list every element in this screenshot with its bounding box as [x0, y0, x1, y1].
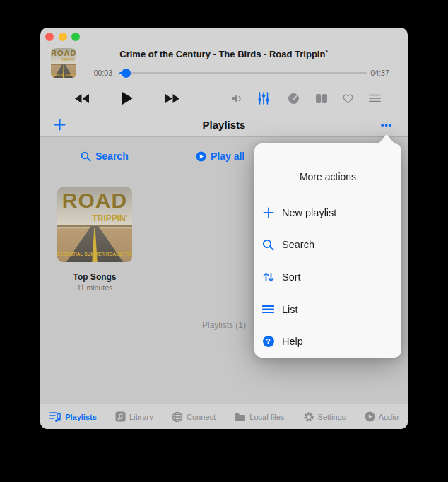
help-icon: ?: [262, 336, 274, 347]
volume-button[interactable]: [228, 89, 246, 107]
search-icon: [81, 151, 91, 162]
hamburger-menu-icon: [369, 94, 381, 102]
desktop-background: ROAD TRIPPIN' ESSENTIAL SUMMER ROADIE TR…: [0, 0, 448, 482]
speaker-icon: [231, 93, 243, 104]
album-art-title: ROAD: [57, 190, 132, 211]
tab-label: Local files: [249, 413, 284, 421]
play-icon: [121, 91, 134, 105]
play-button[interactable]: [115, 88, 139, 109]
playlist-artwork[interactable]: ROAD TRIPPIN' ESSENTIAL SUMMER ROADIE TR…: [57, 187, 132, 262]
sort-arrows-icon: [262, 271, 274, 283]
tab-label: Connect: [187, 413, 216, 421]
popover-title: More actions: [254, 143, 401, 196]
favorite-button[interactable]: [338, 89, 357, 107]
speed-gauge-icon: [288, 93, 300, 105]
slider-track: [119, 72, 367, 74]
playlists-icon: [49, 411, 61, 422]
columns-view-button[interactable]: [312, 89, 331, 107]
equalizer-button[interactable]: [254, 89, 273, 107]
menu-item-label: Help: [282, 336, 303, 347]
folder-icon: [234, 412, 246, 422]
tab-local-files[interactable]: Local files: [234, 412, 284, 422]
tab-library[interactable]: Library: [115, 411, 153, 422]
close-window-button[interactable]: [45, 33, 54, 41]
now-playing-artwork: ROAD TRIPPIN' ESSENTIAL SUMMER ROADIE TR…: [51, 48, 76, 78]
menu-item-label: Search: [282, 239, 314, 250]
popover-menu: New playlist Search Sort: [254, 196, 401, 358]
heart-icon: [342, 93, 354, 104]
menu-item-sort[interactable]: Sort: [254, 261, 401, 293]
tab-label: Settings: [318, 413, 346, 421]
menu-item-label: Sort: [282, 271, 301, 283]
minimize-window-button[interactable]: [59, 33, 67, 41]
menu-item-search[interactable]: Search: [254, 229, 401, 261]
next-track-button[interactable]: [160, 88, 184, 109]
previous-track-button[interactable]: [69, 88, 93, 109]
search-icon: [262, 239, 274, 251]
tab-label: Library: [129, 413, 153, 421]
elapsed-time: 00:03: [90, 69, 112, 77]
playback-speed-button[interactable]: [284, 89, 302, 107]
menu-item-list[interactable]: List: [254, 293, 401, 326]
tab-settings[interactable]: Settings: [303, 411, 346, 423]
album-art-title: ROAD: [51, 49, 76, 57]
playlist-title: Top Songs: [57, 272, 132, 282]
queue-button[interactable]: [365, 89, 384, 107]
tab-label: Playlists: [65, 413, 97, 421]
menu-item-help[interactable]: ? Help: [254, 325, 401, 358]
library-icon: [115, 411, 126, 422]
zoom-window-button[interactable]: [71, 33, 80, 41]
more-actions-button[interactable]: •••: [375, 115, 398, 134]
equalizer-sliders-icon: [257, 92, 270, 105]
player-window: ROAD TRIPPIN' ESSENTIAL SUMMER ROADIE TR…: [40, 28, 408, 429]
window-controls: [45, 33, 80, 41]
page-title: Playlists: [40, 119, 408, 131]
menu-item-new-playlist[interactable]: New playlist: [254, 196, 401, 229]
fast-forward-icon: [165, 93, 181, 104]
tab-label: Audio: [379, 413, 399, 421]
album-art-caption: ESSENTIAL SUMMER ROADIE TRACKS: [51, 74, 76, 77]
menu-item-label: New playlist: [282, 207, 336, 218]
album-art-subtitle: TRIPPIN': [61, 59, 75, 62]
more-actions-popover: More actions New playlist Search: [254, 143, 401, 358]
globe-icon: [172, 411, 183, 423]
tab-audio[interactable]: Audio: [365, 411, 399, 422]
play-all-link-label: Play all: [211, 151, 244, 162]
album-art-caption: ESSENTIAL SUMMER ROADIE TRACKS: [57, 252, 132, 257]
progress-slider[interactable]: [119, 68, 367, 78]
slider-knob[interactable]: [122, 69, 131, 78]
columns-icon: [315, 93, 328, 104]
album-art-subtitle: TRIPPIN': [92, 214, 127, 223]
tab-playlists[interactable]: Playlists: [49, 411, 97, 422]
menu-item-label: List: [282, 304, 298, 315]
rewind-icon: [73, 93, 90, 104]
remaining-time: -04:37: [368, 69, 399, 77]
gear-icon: [303, 411, 314, 423]
search-link[interactable]: Search: [81, 148, 129, 164]
plus-icon: [262, 207, 274, 218]
playlist-tile[interactable]: ROAD TRIPPIN' ESSENTIAL SUMMER ROADIE TR…: [57, 187, 132, 292]
list-lines-icon: [262, 305, 274, 314]
bottom-tab-bar: Playlists Library Connect Local files: [40, 404, 408, 429]
album-art-image: ROAD TRIPPIN' ESSENTIAL SUMMER ROADIE TR…: [51, 48, 76, 78]
playlist-duration: 11 minutes: [57, 283, 132, 292]
search-link-label: Search: [95, 151, 129, 162]
track-title: Crime of the Century - The Birds - Road …: [83, 49, 365, 59]
audio-play-icon: [365, 411, 375, 422]
tab-connect[interactable]: Connect: [172, 411, 216, 423]
play-circle-icon: [196, 151, 206, 162]
play-all-link[interactable]: Play all: [196, 148, 244, 164]
